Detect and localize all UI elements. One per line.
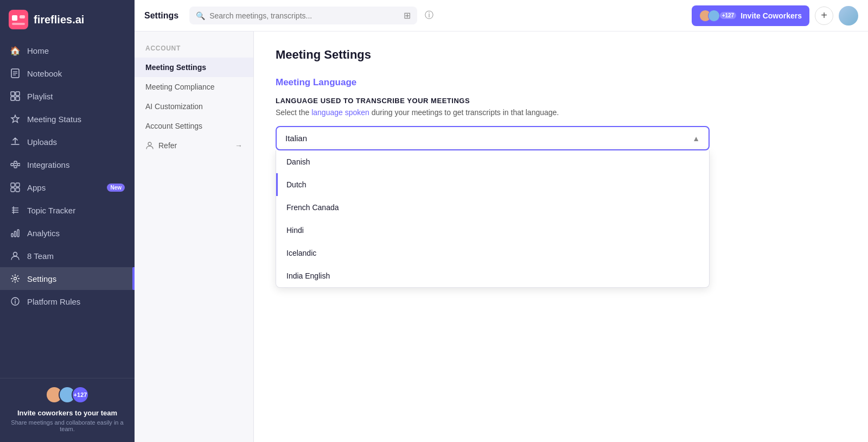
sidebar-item-platform-rules[interactable]: Platform Rules bbox=[0, 290, 135, 313]
svg-point-31 bbox=[14, 252, 17, 256]
selected-language: Italian bbox=[285, 134, 307, 143]
invite-btn-label: Invite Coworkers bbox=[741, 11, 802, 20]
settings-nav-meeting-compliance[interactable]: Meeting Compliance bbox=[135, 77, 253, 97]
sidebar-item-label: Settings bbox=[27, 274, 125, 283]
dropdown-item-french-canada[interactable]: French Canada bbox=[276, 196, 709, 219]
settings-nav-ai-customization[interactable]: AI Customization bbox=[135, 97, 253, 116]
grid-icon[interactable]: ⊞ bbox=[404, 10, 411, 21]
sidebar-item-label: Integrations bbox=[27, 160, 125, 169]
sidebar-item-label: Analytics bbox=[27, 229, 125, 238]
invite-avatars: +127 bbox=[46, 386, 89, 403]
language-field-description: Select the language spoken during your m… bbox=[276, 107, 720, 118]
plus-button[interactable]: + bbox=[815, 7, 833, 25]
dropdown-item-danish[interactable]: Danish bbox=[276, 150, 709, 173]
svg-rect-2 bbox=[20, 15, 25, 18]
dropdown-item-dutch[interactable]: Dutch bbox=[276, 173, 709, 196]
settings-main-inner: Meeting Settings Meeting Language LANGUA… bbox=[254, 31, 742, 254]
sidebar-item-topic-tracker[interactable]: Topic Tracker bbox=[0, 199, 135, 222]
settings-content: Meeting Settings Meeting Language LANGUA… bbox=[254, 31, 868, 442]
dropdown-item-icelandic[interactable]: Icelandic bbox=[276, 242, 709, 264]
dropdown-item-hindi[interactable]: Hindi bbox=[276, 219, 709, 242]
sidebar-item-label: Platform Rules bbox=[27, 297, 125, 306]
svg-rect-14 bbox=[14, 166, 17, 168]
svg-rect-15 bbox=[17, 163, 20, 166]
sidebar-item-uploads[interactable]: Uploads bbox=[0, 130, 135, 153]
notebook-icon bbox=[10, 68, 21, 79]
refer-icon bbox=[145, 141, 154, 150]
sidebar-nav: 🏠 Home Notebook Playlist Meeting Status bbox=[0, 37, 135, 378]
invite-btn-avatars: +127 bbox=[699, 10, 737, 22]
svg-rect-9 bbox=[16, 92, 20, 96]
search-bar[interactable]: 🔍 ⊞ bbox=[189, 7, 417, 24]
sidebar-item-label: Topic Tracker bbox=[27, 206, 125, 215]
app-name: fireflies.ai bbox=[34, 14, 84, 26]
sidebar-item-apps[interactable]: Apps New bbox=[0, 176, 135, 199]
invite-section[interactable]: +127 Invite coworkers to your team Share… bbox=[9, 386, 126, 432]
settings-sidebar: Account Meeting Settings Meeting Complia… bbox=[135, 31, 254, 442]
dropdown-selected-value[interactable]: Italian ▲ bbox=[276, 126, 710, 150]
sidebar-item-notebook[interactable]: Notebook bbox=[0, 62, 135, 85]
language-dropdown[interactable]: Italian ▲ Danish Dutch French Canada Hin… bbox=[276, 126, 710, 150]
sidebar-item-label: Meeting Status bbox=[27, 115, 125, 124]
sidebar-item-playlist[interactable]: Playlist bbox=[0, 85, 135, 108]
sidebar-logo[interactable]: fireflies.ai bbox=[0, 0, 135, 37]
new-badge: New bbox=[107, 184, 125, 192]
settings-nav-account-settings[interactable]: Account Settings bbox=[135, 116, 253, 136]
svg-rect-29 bbox=[15, 231, 16, 237]
settings-section-label: Account bbox=[135, 41, 253, 58]
page-title: Settings bbox=[144, 11, 178, 21]
sidebar-item-meeting-status[interactable]: Meeting Status bbox=[0, 108, 135, 130]
sidebar-item-label: Playlist bbox=[27, 92, 125, 101]
svg-point-36 bbox=[148, 142, 151, 146]
search-input[interactable] bbox=[209, 11, 397, 20]
dropdown-item-india-english[interactable]: India English bbox=[276, 264, 709, 287]
meeting-language-title: Meeting Language bbox=[276, 77, 720, 88]
home-icon: 🏠 bbox=[10, 45, 21, 56]
header-right: +127 Invite Coworkers + bbox=[692, 5, 858, 26]
svg-rect-23 bbox=[16, 188, 20, 192]
svg-rect-13 bbox=[14, 161, 17, 163]
sidebar-item-settings[interactable]: Settings bbox=[0, 267, 135, 290]
sidebar-item-integrations[interactable]: Integrations bbox=[0, 153, 135, 176]
avatar-count: +127 bbox=[72, 386, 89, 403]
invite-count-badge: +127 bbox=[720, 12, 737, 19]
svg-rect-1 bbox=[12, 15, 17, 21]
search-icon: 🔍 bbox=[196, 11, 205, 20]
svg-point-32 bbox=[14, 277, 17, 280]
invite-coworkers-button[interactable]: +127 Invite Coworkers bbox=[692, 5, 809, 26]
team-icon bbox=[10, 250, 21, 261]
main-area: Settings 🔍 ⊞ ⓘ +127 Invite Coworkers + A… bbox=[135, 0, 868, 442]
svg-rect-22 bbox=[11, 188, 15, 192]
sidebar-item-analytics[interactable]: Analytics bbox=[0, 222, 135, 244]
svg-rect-21 bbox=[16, 183, 20, 187]
language-link[interactable]: language spoken bbox=[311, 108, 369, 117]
sidebar-item-team[interactable]: 8 Team bbox=[0, 244, 135, 267]
settings-nav-meeting-settings[interactable]: Meeting Settings bbox=[135, 58, 253, 77]
sidebar-item-home[interactable]: 🏠 Home bbox=[0, 39, 135, 62]
language-dropdown-list: Danish Dutch French Canada Hindi Iceland… bbox=[276, 150, 710, 288]
logo-icon bbox=[9, 10, 28, 29]
svg-rect-11 bbox=[16, 97, 20, 100]
settings-refer[interactable]: Refer → bbox=[135, 136, 253, 155]
refer-label: Refer bbox=[158, 141, 177, 150]
svg-rect-3 bbox=[12, 23, 25, 25]
language-field-label: LANGUAGE USED TO TRANSCRIBE YOUR MEETING… bbox=[276, 97, 720, 105]
sidebar-bottom: +127 Invite coworkers to your team Share… bbox=[0, 378, 135, 442]
sidebar-item-label: 8 Team bbox=[27, 251, 125, 261]
apps-icon bbox=[10, 182, 21, 193]
platform-rules-icon bbox=[10, 296, 21, 307]
analytics-icon bbox=[10, 228, 21, 238]
settings-icon bbox=[10, 273, 21, 284]
svg-rect-20 bbox=[11, 183, 15, 187]
sidebar-item-label: Apps bbox=[27, 183, 98, 192]
svg-rect-12 bbox=[11, 163, 14, 166]
invite-title: Invite coworkers to your team bbox=[17, 409, 117, 417]
svg-rect-10 bbox=[11, 97, 15, 100]
sidebar-item-label: Home bbox=[27, 46, 125, 55]
content-area: Account Meeting Settings Meeting Complia… bbox=[135, 31, 868, 442]
user-avatar[interactable] bbox=[839, 6, 858, 26]
playlist-icon bbox=[10, 91, 21, 102]
info-icon[interactable]: ⓘ bbox=[425, 10, 433, 21]
sidebar-item-label: Notebook bbox=[27, 69, 125, 78]
chevron-up-icon: ▲ bbox=[692, 134, 700, 143]
